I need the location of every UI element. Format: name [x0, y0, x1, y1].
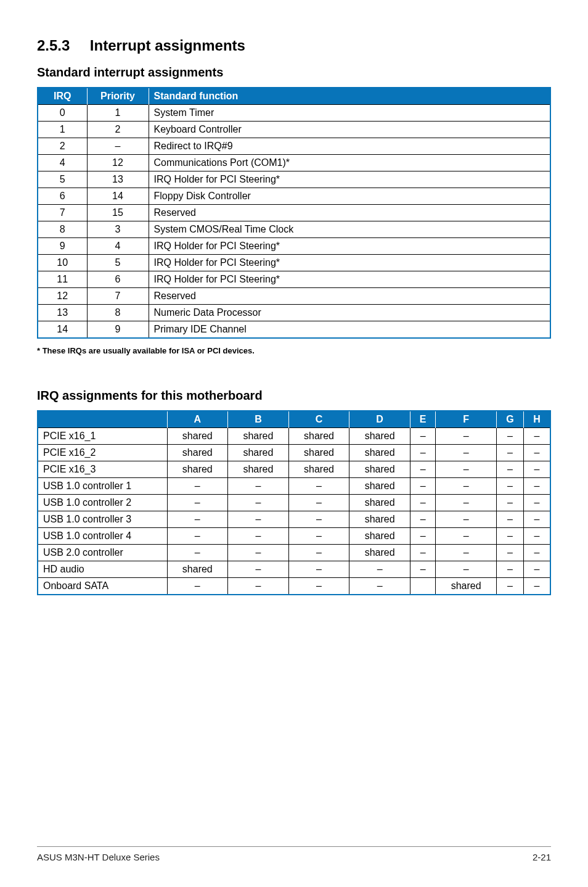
cell-value: shared: [349, 478, 410, 495]
cell-value: shared: [349, 511, 410, 528]
cell-priority: 1: [87, 105, 149, 122]
section-title: Interrupt assignments: [90, 37, 245, 54]
cell-device-name: USB 1.0 controller 4: [38, 528, 167, 545]
cell-value: –: [410, 528, 435, 545]
cell-value: shared: [349, 495, 410, 511]
table-row: HD audioshared–––––––: [38, 561, 550, 578]
cell-value: shared: [167, 428, 228, 445]
col-header-e: E: [410, 411, 435, 428]
cell-value: –: [349, 578, 410, 595]
cell-value: –: [496, 461, 523, 478]
cell-value: –: [410, 545, 435, 561]
cell-priority: 12: [87, 155, 149, 171]
col-header-irq: IRQ: [38, 88, 87, 105]
cell-value: –: [228, 511, 289, 528]
col-header-function: Standard function: [149, 88, 550, 105]
cell-priority: 13: [87, 171, 149, 188]
cell-value: –: [228, 545, 289, 561]
cell-priority: 14: [87, 188, 149, 205]
cell-function: Reserved: [149, 205, 550, 221]
cell-irq: 8: [38, 221, 87, 238]
cell-value: –: [523, 561, 550, 578]
table-row: USB 1.0 controller 4–––shared––––: [38, 528, 550, 545]
section-header: 2.5.3 Interrupt assignments: [37, 37, 551, 54]
cell-value: –: [496, 561, 523, 578]
section-number: 2.5.3: [37, 37, 70, 54]
cell-value: –: [496, 528, 523, 545]
table-row: 127Reserved: [38, 288, 550, 305]
cell-value: –: [436, 561, 497, 578]
cell-value: –: [523, 461, 550, 478]
cell-value: shared: [228, 445, 289, 461]
cell-irq: 11: [38, 271, 87, 288]
cell-value: –: [436, 461, 497, 478]
table-row: 715Reserved: [38, 205, 550, 221]
cell-value: –: [496, 445, 523, 461]
cell-priority: 3: [87, 221, 149, 238]
cell-value: –: [288, 511, 349, 528]
cell-value: –: [228, 578, 289, 595]
cell-function: Primary IDE Channel: [149, 321, 550, 339]
cell-value: –: [410, 428, 435, 445]
cell-irq: 1: [38, 122, 87, 138]
cell-device-name: PCIE x16_3: [38, 461, 167, 478]
cell-value: –: [410, 561, 435, 578]
cell-irq: 0: [38, 105, 87, 122]
cell-priority: 5: [87, 255, 149, 271]
cell-function: Communications Port (COM1)*: [149, 155, 550, 171]
table-row: 513IRQ Holder for PCI Steering*: [38, 171, 550, 188]
cell-value: –: [410, 478, 435, 495]
col-header-b: B: [228, 411, 289, 428]
col-header-h: H: [523, 411, 550, 428]
cell-value: –: [523, 428, 550, 445]
cell-priority: –: [87, 138, 149, 155]
cell-value: –: [436, 445, 497, 461]
table-row: 138Numeric Data Processor: [38, 305, 550, 321]
cell-value: shared: [228, 428, 289, 445]
cell-irq: 5: [38, 171, 87, 188]
cell-device-name: USB 1.0 controller 2: [38, 495, 167, 511]
cell-value: –: [288, 528, 349, 545]
table-row: USB 1.0 controller 1–––shared––––: [38, 478, 550, 495]
cell-value: –: [436, 495, 497, 511]
table-row: 412Communications Port (COM1)*: [38, 155, 550, 171]
cell-value: –: [523, 445, 550, 461]
col-header-priority: Priority: [87, 88, 149, 105]
cell-value: –: [436, 528, 497, 545]
cell-function: Numeric Data Processor: [149, 305, 550, 321]
irq-footnote: * These IRQs are usually available for I…: [37, 346, 551, 355]
cell-value: –: [523, 511, 550, 528]
cell-priority: 2: [87, 122, 149, 138]
cell-value: –: [496, 578, 523, 595]
cell-function: IRQ Holder for PCI Steering*: [149, 171, 550, 188]
cell-value: –: [167, 478, 228, 495]
cell-function: Keyboard Controller: [149, 122, 550, 138]
cell-priority: 6: [87, 271, 149, 288]
cell-irq: 10: [38, 255, 87, 271]
cell-value: –: [228, 478, 289, 495]
cell-value: –: [410, 511, 435, 528]
page-footer: ASUS M3N-HT Deluxe Series 2-21: [37, 846, 551, 862]
cell-value: shared: [349, 545, 410, 561]
cell-value: shared: [167, 461, 228, 478]
cell-value: shared: [349, 445, 410, 461]
footer-left: ASUS M3N-HT Deluxe Series: [37, 852, 160, 862]
cell-function: Reserved: [149, 288, 550, 305]
cell-value: shared: [349, 461, 410, 478]
subheading-standard: Standard interrupt assignments: [37, 65, 551, 80]
cell-value: –: [436, 478, 497, 495]
cell-value: –: [228, 495, 289, 511]
cell-value: –: [523, 495, 550, 511]
table-row: 12Keyboard Controller: [38, 122, 550, 138]
cell-irq: 6: [38, 188, 87, 205]
cell-value: shared: [349, 428, 410, 445]
table-row: USB 1.0 controller 3–––shared––––: [38, 511, 550, 528]
cell-value: –: [167, 495, 228, 511]
cell-value: shared: [349, 528, 410, 545]
cell-value: –: [523, 528, 550, 545]
cell-value: –: [288, 495, 349, 511]
cell-value: –: [167, 545, 228, 561]
cell-priority: 15: [87, 205, 149, 221]
cell-irq: 2: [38, 138, 87, 155]
table-row: Onboard SATA––––shared––: [38, 578, 550, 595]
